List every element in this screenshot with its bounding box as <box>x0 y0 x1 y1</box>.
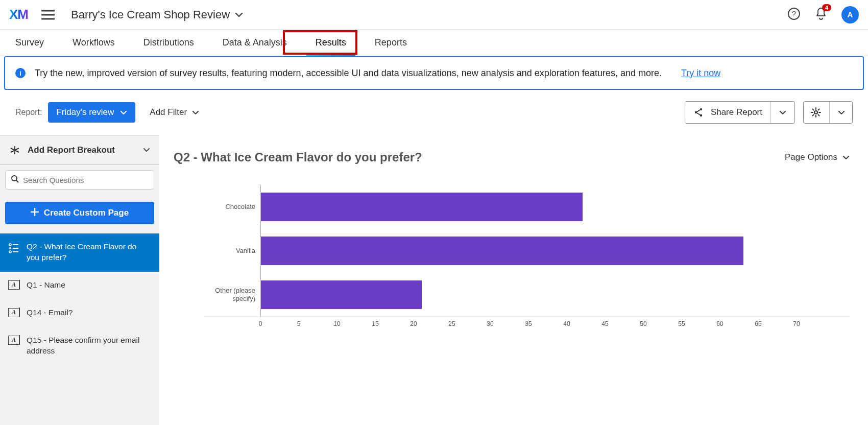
share-icon <box>693 107 704 117</box>
axis-tick: 30 <box>487 320 493 327</box>
main-area: Add Report Breakout Create Custom Page Q… <box>0 135 868 425</box>
sidebar-item-q14[interactable]: A Q14 - Email? <box>0 299 159 327</box>
page-title: Q2 - What Ice Cream Flavor do you prefer… <box>174 150 422 164</box>
hamburger-icon[interactable] <box>41 10 55 20</box>
chevron-down-icon <box>120 110 127 115</box>
avatar[interactable]: A <box>841 6 859 23</box>
breakout-icon <box>9 145 20 155</box>
axis-tick: 45 <box>601 320 608 327</box>
chevron-down-icon <box>143 148 150 152</box>
page-options-dropdown[interactable]: Page Options <box>785 152 850 162</box>
tab-results[interactable]: Results <box>316 30 346 56</box>
chart-bar <box>261 280 422 309</box>
report-dropdown[interactable]: Friday's review <box>48 102 135 123</box>
axis-tick: 70 <box>793 320 800 327</box>
axis-tick: 15 <box>372 320 378 327</box>
axis-tick: 10 <box>333 320 340 327</box>
gear-icon <box>811 107 821 117</box>
svg-point-7 <box>9 244 11 246</box>
sidebar-item-label: Q15 - Please confirm your email address <box>27 335 151 357</box>
notifications-icon[interactable]: 4 <box>815 7 827 22</box>
top-right: ? 4 A <box>787 6 859 23</box>
banner-try-link[interactable]: Try it now <box>681 68 720 79</box>
xm-logo[interactable]: XM <box>9 7 28 22</box>
axis-tick: 40 <box>563 320 570 327</box>
axis-tick: 60 <box>716 320 723 327</box>
chart-bar <box>261 237 743 265</box>
chart-category-label: Chocolate <box>204 203 260 211</box>
radio-list-icon <box>8 242 19 256</box>
sidebar-item-label: Q2 - What Ice Cream Flavor do you prefer… <box>27 242 151 263</box>
text-icon: A <box>8 308 19 317</box>
text-icon: A <box>8 280 19 290</box>
svg-point-9 <box>9 251 11 253</box>
axis-tick: 65 <box>755 320 761 327</box>
axis-tick: 35 <box>525 320 532 327</box>
sidebar-item-q2[interactable]: Q2 - What Ice Cream Flavor do you prefer… <box>0 233 159 272</box>
chevron-down-icon <box>842 155 850 160</box>
notification-badge: 4 <box>822 4 831 11</box>
add-report-breakout[interactable]: Add Report Breakout <box>0 135 159 165</box>
sidebar-item-label: Q14 - Email? <box>27 308 73 318</box>
sidebar-item-label: Q1 - Name <box>27 280 65 291</box>
search-questions-input[interactable] <box>5 170 154 190</box>
svg-text:?: ? <box>792 9 796 18</box>
project-title-dropdown[interactable]: Barry's Ice Cream Shop Review <box>71 8 243 21</box>
report-label: Report: <box>15 108 42 117</box>
info-icon: i <box>15 68 26 78</box>
search-icon <box>11 175 19 185</box>
axis-tick: 55 <box>678 320 685 327</box>
chart-row: Other (please specify) <box>204 273 850 317</box>
tab-survey[interactable]: Survey <box>15 30 44 56</box>
svg-point-5 <box>814 111 817 114</box>
banner-text: Try the new, improved version of survey … <box>35 68 662 79</box>
project-title: Barry's Ice Cream Shop Review <box>71 8 230 21</box>
axis-tick: 25 <box>448 320 455 327</box>
report-toolbar: Report: Friday's review Add Filter Share… <box>0 90 868 135</box>
create-custom-page-button[interactable]: Create Custom Page <box>5 202 154 224</box>
tab-reports[interactable]: Reports <box>375 30 407 56</box>
sidebar: Add Report Breakout Create Custom Page Q… <box>0 135 159 425</box>
plus-icon <box>31 208 39 219</box>
chart-row: Chocolate <box>204 185 850 229</box>
chart-row: Vanilla <box>204 229 850 273</box>
tab-workflows[interactable]: Workflows <box>73 30 115 56</box>
chevron-down-icon <box>192 110 199 115</box>
search-field[interactable] <box>23 176 149 184</box>
settings-button[interactable] <box>803 101 853 124</box>
axis-tick: 50 <box>640 320 646 327</box>
axis-tick: 0 <box>259 320 262 327</box>
svg-point-6 <box>12 176 17 181</box>
chart-bar <box>261 193 583 221</box>
top-bar: XM Barry's Ice Cream Shop Review ? 4 A <box>0 0 868 30</box>
sidebar-item-q15[interactable]: A Q15 - Please confirm your email addres… <box>0 327 159 365</box>
help-icon[interactable]: ? <box>787 7 801 22</box>
tab-distributions[interactable]: Distributions <box>143 30 194 56</box>
chart-category-label: Vanilla <box>204 247 260 255</box>
add-filter-dropdown[interactable]: Add Filter <box>150 107 199 117</box>
text-icon: A <box>8 336 19 345</box>
svg-point-8 <box>9 247 11 249</box>
content-area: Q2 - What Ice Cream Flavor do you prefer… <box>159 135 868 425</box>
share-report-button[interactable]: Share Report <box>685 101 795 124</box>
chevron-down-icon <box>838 110 845 115</box>
axis-tick: 20 <box>410 320 417 327</box>
chart-category-label: Other (please specify) <box>204 287 260 302</box>
chevron-down-icon <box>779 110 786 115</box>
nav-tabs: Survey Workflows Distributions Data & An… <box>0 30 868 56</box>
info-banner: i Try the new, improved version of surve… <box>4 56 864 90</box>
chevron-down-icon <box>235 12 243 17</box>
tab-data-analysis[interactable]: Data & Analysis <box>223 30 287 56</box>
chart: ChocolateVanillaOther (please specify) 0… <box>204 185 850 332</box>
sidebar-item-q1[interactable]: A Q1 - Name <box>0 272 159 299</box>
axis-tick: 5 <box>297 320 301 327</box>
